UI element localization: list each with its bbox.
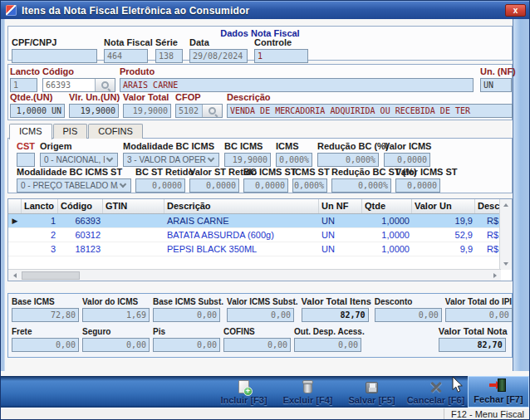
cfop-value: 5102 bbox=[176, 106, 202, 115]
base-icms-label: Base ICMS bbox=[12, 296, 79, 307]
salvar-button[interactable]: Salvar [F5] bbox=[340, 376, 404, 408]
reducao-bc-st-label: Redução BC ST (%) bbox=[331, 167, 391, 178]
cell-lancto: 3 bbox=[22, 244, 58, 254]
un-nf-label: Un. (NF) bbox=[480, 66, 512, 77]
origem-select[interactable]: 0 - NACIONAL, EXCETO bbox=[40, 153, 118, 167]
scroll-right-button[interactable] bbox=[488, 270, 501, 281]
scroll-up-button[interactable] bbox=[500, 199, 513, 211]
cell-desconto: R$ bbox=[475, 244, 501, 254]
vertical-scrollbar[interactable] bbox=[499, 199, 512, 270]
qtde-field[interactable]: 1,0000 UN bbox=[10, 104, 65, 118]
bc-icms-st-field[interactable]: 0,0000 bbox=[243, 178, 288, 193]
reducao-bc-field[interactable]: 0,000% bbox=[317, 153, 379, 167]
icms-field[interactable]: 0,000% bbox=[276, 153, 312, 167]
grid-header-qtde[interactable]: Qtde bbox=[362, 199, 412, 213]
valor-total-nota-field[interactable]: 82,70 bbox=[439, 338, 506, 352]
produto-field[interactable]: ARAIS CARNE bbox=[120, 78, 474, 92]
scrollbar-thumb[interactable] bbox=[22, 271, 80, 280]
desconto-field[interactable]: 0,00 bbox=[375, 308, 442, 322]
reducao-bc-st-field[interactable]: 0,000% bbox=[331, 178, 391, 193]
app-icon bbox=[6, 5, 17, 16]
cfop-field[interactable]: 5102 bbox=[175, 104, 223, 118]
cell-lancto: 2 bbox=[22, 230, 58, 240]
seguro-field[interactable]: 0,00 bbox=[82, 338, 150, 352]
grid-row-3[interactable]: 3 18123 PEPSI BLACK 350ML UN 1,0000 9,9 … bbox=[8, 242, 512, 256]
cell-codigo: 18123 bbox=[58, 244, 103, 254]
incluir-button[interactable]: + Incluir [F3] bbox=[212, 376, 276, 408]
modalidade-bc-icms-st-label: Modalidade BC ICMS ST bbox=[17, 167, 131, 178]
valor-icms-field[interactable]: 0,0000 bbox=[384, 153, 430, 167]
descricao-field[interactable]: VENDA DE MERCADORIA ADQUIRIDA OU RECEBID… bbox=[227, 104, 513, 118]
frete-field[interactable]: 0,00 bbox=[12, 338, 79, 352]
status-bar: F12 - Menu Fiscal bbox=[1, 408, 530, 420]
status-message: F12 - Menu Fiscal bbox=[444, 408, 530, 420]
cst-field[interactable] bbox=[17, 153, 35, 167]
codigo-search-button[interactable] bbox=[95, 79, 115, 91]
cst-label: CST bbox=[17, 141, 35, 152]
bc-icms-label: BC ICMS bbox=[224, 141, 271, 152]
lancto-field[interactable]: 1 bbox=[10, 78, 37, 92]
codigo-label: Código bbox=[42, 66, 115, 77]
scroll-down-button[interactable] bbox=[500, 258, 513, 270]
valor-st-retido-field[interactable]: 0,0000 bbox=[189, 178, 239, 193]
modalidade-bc-icms-st-select[interactable]: 0 - PREÇO TABELADO MÁXIMO bbox=[17, 178, 131, 193]
scroll-left-button[interactable] bbox=[8, 270, 21, 281]
vlr-un-field[interactable]: 19,9000 bbox=[69, 104, 119, 118]
data-field[interactable]: 29/08/2024 bbox=[189, 49, 248, 63]
cfop-search-button[interactable] bbox=[202, 105, 222, 117]
bc-st-retido-field[interactable]: 0,0000 bbox=[135, 178, 185, 193]
tab-cofins[interactable]: COFINS bbox=[88, 124, 143, 139]
base-icms-subst-field[interactable]: 0,00 bbox=[153, 308, 220, 322]
icms-st-field[interactable]: 0,000% bbox=[292, 178, 327, 193]
grid-header-codigo[interactable]: Código bbox=[58, 199, 103, 213]
nota-fiscal-field[interactable]: 464 bbox=[104, 49, 148, 63]
valor-total-ipi-field[interactable]: 0,00 bbox=[445, 308, 513, 322]
codigo-field[interactable]: 66393 bbox=[42, 78, 115, 92]
valor-icms-subst-label: Valor ICMS Subst. bbox=[227, 296, 298, 307]
grid-header-descricao[interactable]: Descrição bbox=[164, 199, 319, 213]
valor-do-icms-field[interactable]: 1,69 bbox=[82, 308, 150, 322]
reducao-bc-label: Redução BC (%) bbox=[317, 141, 379, 152]
valor-icms-subst-field[interactable]: 0,00 bbox=[227, 308, 294, 322]
serie-field[interactable]: 138 bbox=[155, 49, 183, 63]
excluir-button[interactable]: Excluir [F4] bbox=[276, 376, 340, 408]
close-button[interactable]: x bbox=[505, 4, 526, 17]
valor-icms-st-field[interactable]: 0,0000 bbox=[395, 178, 440, 193]
grid-row-2[interactable]: 2 60312 BATATA ABSURDA (600g) UN 1,0000 … bbox=[8, 228, 512, 242]
un-nf-field[interactable]: UN bbox=[480, 78, 512, 92]
grid-header-un-nf[interactable]: Un NF bbox=[319, 199, 362, 213]
trash-icon bbox=[303, 382, 312, 393]
valor-st-retido-label: Valor ST Retido bbox=[189, 167, 239, 178]
qtde-label: Qtde.(UN) bbox=[10, 92, 65, 103]
cell-un-nf: UN bbox=[319, 244, 362, 254]
valor-total-field[interactable]: 19,9000 bbox=[123, 104, 171, 118]
controle-label: Controle bbox=[254, 37, 308, 48]
grid-header-lancto[interactable]: Lancto bbox=[22, 199, 58, 213]
grid-header-desconto[interactable]: Descon bbox=[475, 199, 501, 213]
grid-row-1[interactable]: ▶ 1 66393 ARAIS CARNE UN 1,0000 19,9 R$ bbox=[8, 214, 512, 228]
fechar-button[interactable]: Fechar [F7] bbox=[468, 376, 529, 408]
cofins-field[interactable]: 0,00 bbox=[223, 338, 291, 352]
cell-desconto: R$ bbox=[475, 216, 501, 226]
horizontal-scrollbar[interactable] bbox=[8, 269, 501, 281]
valor-total-nota-label: Valor Total Nota bbox=[439, 326, 508, 337]
out-desp-acess-field[interactable]: 0,00 bbox=[294, 338, 361, 352]
controle-field[interactable]: 1 bbox=[254, 49, 308, 63]
add-document-icon: + bbox=[238, 380, 249, 393]
bc-icms-field[interactable]: 19,9000 bbox=[224, 153, 271, 167]
vlr-un-label: Vlr. Un.(UN) bbox=[69, 92, 119, 103]
arrow-right-icon bbox=[493, 273, 497, 278]
modalidade-bc-icms-select[interactable]: 3 - VALOR DA OPERAÇÃO bbox=[123, 153, 219, 167]
arrow-up-icon bbox=[503, 203, 508, 207]
pis-field[interactable]: 0,00 bbox=[153, 338, 220, 352]
cell-descricao: BATATA ABSURDA (600g) bbox=[164, 230, 319, 240]
window-title: Itens da Nota Fiscal Eletrônica ao Consu… bbox=[22, 5, 249, 17]
cell-codigo: 66393 bbox=[58, 216, 103, 226]
cpf-cnpj-field[interactable] bbox=[12, 49, 97, 63]
valor-total-itens-field[interactable]: 82,70 bbox=[302, 308, 369, 322]
tab-pis[interactable]: PIS bbox=[53, 124, 88, 139]
grid-header-gtin[interactable]: GTIN bbox=[103, 199, 164, 213]
base-icms-field[interactable]: 72,80 bbox=[12, 308, 79, 322]
tab-icms[interactable]: ICMS bbox=[9, 124, 52, 139]
grid-header-valor-un[interactable]: Valor Un bbox=[412, 199, 475, 213]
